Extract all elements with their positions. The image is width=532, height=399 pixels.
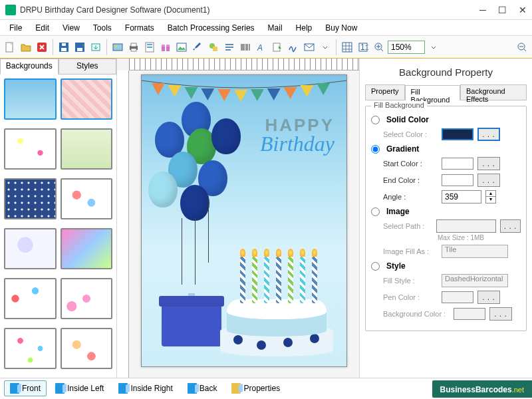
radio-gradient[interactable] (371, 145, 380, 154)
label-image[interactable]: Image (386, 207, 410, 216)
btab-front[interactable]: Front (4, 380, 47, 396)
tab-backgrounds[interactable]: Backgrounds (0, 59, 59, 74)
barcode-icon[interactable] (238, 40, 253, 55)
mail-icon[interactable] (302, 40, 317, 55)
menu-edit[interactable]: Edit (30, 22, 55, 34)
label-solid-color[interactable]: Solid Color (386, 115, 429, 124)
menu-batch-processing[interactable]: Batch Processing Series (162, 22, 260, 34)
zoom-fit-icon[interactable]: 1:1 (356, 40, 370, 55)
svg-rect-21 (213, 47, 217, 51)
open-icon[interactable] (19, 40, 33, 55)
end-color-swatch[interactable] (442, 174, 473, 186)
pen-icon[interactable] (190, 40, 205, 55)
svg-text:A: A (257, 43, 263, 53)
text-icon[interactable] (222, 40, 237, 55)
card-canvas[interactable]: HAPPY Birthday (141, 74, 347, 367)
bg-thumb[interactable] (4, 78, 57, 120)
start-color-picker-button[interactable]: . . . (477, 157, 500, 170)
btab-inside-right[interactable]: Inside Right (112, 380, 178, 396)
export-icon[interactable] (88, 40, 103, 55)
toolbar: A 1:1 (0, 36, 532, 59)
backgrounds-grid (0, 74, 116, 378)
template-icon[interactable] (142, 40, 157, 55)
label-fill-style: Fill Style : (383, 277, 438, 285)
maximize-button[interactable]: ☐ (498, 5, 507, 15)
menubar: File Edit View Tools Formats Batch Proce… (0, 20, 532, 36)
solid-color-swatch[interactable] (442, 128, 473, 140)
style-bg-color-picker-button[interactable]: . . . (489, 307, 512, 321)
bg-thumb[interactable] (61, 328, 113, 369)
insert-icon[interactable] (270, 40, 285, 55)
tab-background-effects[interactable]: Background Effects (460, 84, 527, 100)
import-image-icon[interactable] (110, 40, 125, 55)
tab-property[interactable]: Property (365, 84, 405, 100)
start-color-swatch[interactable] (442, 158, 473, 170)
fill-style-dropdown[interactable]: DashedHorizontal (442, 274, 508, 287)
radio-solid-color[interactable] (371, 116, 380, 124)
radio-style[interactable] (371, 262, 380, 271)
dropdown-arrow-icon[interactable] (318, 40, 332, 55)
panel-title: Background Property (365, 63, 527, 84)
bg-thumb[interactable] (4, 278, 57, 319)
bg-thumb[interactable] (4, 228, 57, 269)
menu-mail[interactable]: Mail (263, 22, 288, 34)
bg-thumb[interactable] (61, 78, 113, 120)
label-select-color: Select Color : (383, 130, 438, 138)
image-icon[interactable] (174, 40, 189, 55)
tab-fill-background[interactable]: Fill Background (405, 85, 460, 100)
pen-color-swatch[interactable] (442, 291, 473, 303)
zoom-input[interactable] (388, 41, 425, 54)
angle-step-up[interactable]: ▲ (486, 191, 495, 197)
image-fill-dropdown[interactable]: Tile (442, 245, 508, 258)
angle-input[interactable] (442, 190, 481, 203)
properties-icon (231, 383, 241, 394)
gift-decoration (162, 287, 221, 346)
bg-thumb[interactable] (61, 128, 113, 170)
btab-inside-left[interactable]: Inside Left (49, 380, 110, 396)
close-button[interactable]: ✕ (519, 5, 527, 15)
radio-image[interactable] (371, 207, 380, 216)
font-icon[interactable]: A (254, 40, 269, 55)
menu-view[interactable]: View (57, 22, 85, 34)
angle-step-down[interactable]: ▼ (486, 197, 495, 203)
signature-icon[interactable] (286, 40, 301, 55)
bg-thumb[interactable] (61, 278, 113, 319)
menu-formats[interactable]: Formats (120, 22, 160, 34)
tab-styles[interactable]: Styles (59, 59, 117, 74)
window-title: DRPU Birthday Card Designer Software (Do… (20, 5, 479, 15)
style-bg-color-swatch[interactable] (454, 308, 485, 320)
zoom-out-icon[interactable] (515, 40, 529, 55)
save-icon[interactable] (57, 40, 71, 55)
print-icon[interactable] (126, 40, 141, 55)
bg-thumb[interactable] (4, 328, 57, 369)
zoom-dropdown-icon[interactable] (426, 40, 441, 55)
close-doc-icon[interactable] (35, 40, 49, 55)
save-as-icon[interactable] (72, 40, 87, 55)
btab-back[interactable]: Back (182, 380, 223, 396)
page-icon (10, 383, 19, 394)
grid-icon[interactable] (340, 40, 354, 55)
label-gradient[interactable]: Gradient (386, 144, 419, 154)
end-color-picker-button[interactable]: . . . (477, 174, 500, 187)
svg-rect-25 (342, 43, 352, 52)
btab-properties[interactable]: Properties (225, 380, 286, 396)
svg-rect-4 (62, 43, 66, 46)
bg-thumb[interactable] (4, 128, 57, 170)
zoom-in-icon[interactable] (372, 40, 386, 55)
bg-thumb[interactable] (61, 178, 113, 219)
gift-icon[interactable] (158, 40, 173, 55)
image-browse-button[interactable]: . . . (500, 219, 521, 233)
menu-buy-now[interactable]: Buy Now (320, 22, 362, 34)
menu-tools[interactable]: Tools (88, 22, 117, 34)
bg-thumb[interactable] (61, 228, 113, 269)
minimize-button[interactable]: ─ (479, 5, 486, 15)
menu-help[interactable]: Help (291, 22, 318, 34)
bg-thumb[interactable] (4, 178, 57, 219)
shape-icon[interactable] (206, 40, 221, 55)
menu-file[interactable]: File (4, 22, 27, 34)
new-icon[interactable] (3, 40, 17, 55)
label-style[interactable]: Style (386, 261, 406, 271)
pen-color-picker-button[interactable]: . . . (477, 291, 500, 304)
solid-color-picker-button[interactable]: . . . (477, 128, 500, 141)
card-text-line2: Birthday (260, 132, 334, 156)
